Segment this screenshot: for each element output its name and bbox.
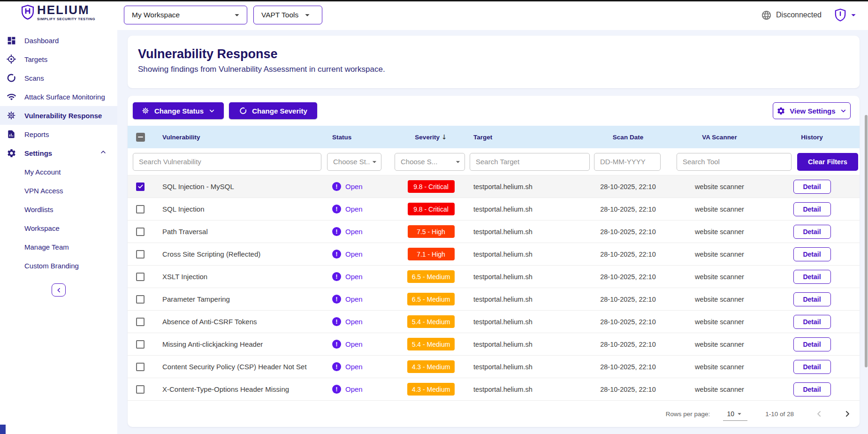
row-checkbox[interactable] xyxy=(136,340,145,349)
detail-button[interactable]: Detail xyxy=(793,292,831,306)
table-row[interactable]: Missing Anti-clickjacking Header ! Open … xyxy=(128,333,860,356)
detail-button[interactable]: Detail xyxy=(793,270,831,284)
table-row[interactable]: Absence of Anti-CSRF Tokens ! Open 5.4 -… xyxy=(128,311,860,333)
row-checkbox[interactable] xyxy=(136,385,145,394)
status-cell: ! Open xyxy=(327,250,397,259)
target-cell: testportal.helium.sh xyxy=(465,206,587,213)
connection-status: Disconnected xyxy=(761,10,822,21)
detail-button[interactable]: Detail xyxy=(793,382,831,396)
previous-page-button[interactable] xyxy=(815,409,824,419)
status-cell: ! Open xyxy=(327,182,397,191)
table-row[interactable]: XSLT Injection ! Open 6.5 - Medium testp… xyxy=(128,266,860,288)
detail-button[interactable]: Detail xyxy=(793,315,831,329)
severity-cell: 7.5 - High xyxy=(397,225,465,238)
detail-button[interactable]: Detail xyxy=(793,337,831,351)
sidebar-subitem-my-account[interactable]: My Account xyxy=(0,162,117,181)
row-checkbox[interactable] xyxy=(136,273,145,281)
brand-tagline: SIMPLIFY SECURITY TESTING xyxy=(37,17,95,21)
status-label: Open xyxy=(345,385,363,393)
clear-filters-button[interactable]: Clear Filters xyxy=(797,153,858,171)
globe-icon xyxy=(761,10,772,21)
sidebar-subitem-workspace[interactable]: Workspace xyxy=(0,219,117,237)
wifi-icon xyxy=(6,91,17,102)
row-checkbox[interactable] xyxy=(136,363,145,371)
status-label: Open xyxy=(345,205,363,213)
sidebar-item-targets[interactable]: Targets xyxy=(0,50,117,69)
table-row[interactable]: X-Content-Type-Options Header Missing ! … xyxy=(128,378,860,401)
search-target-input[interactable] xyxy=(470,153,590,171)
sidebar-item-reports[interactable]: Reports xyxy=(0,125,117,144)
chevron-up-icon xyxy=(99,148,107,158)
chevron-down-icon xyxy=(302,10,312,20)
vulnerability-name: X-Content-Type-Options Header Missing xyxy=(160,385,327,393)
sidebar-item-scans[interactable]: Scans xyxy=(0,69,117,87)
vulnerability-name: Path Traversal xyxy=(160,228,327,236)
vertical-scrollbar[interactable] xyxy=(865,115,868,367)
sidebar-subitem-manage-team[interactable]: Manage Team xyxy=(0,237,117,256)
workspace-select[interactable]: My Workspace xyxy=(124,6,247,24)
open-status-icon: ! xyxy=(332,385,341,394)
status-cell: ! Open xyxy=(327,227,397,236)
severity-badge: 6.5 - Medium xyxy=(407,270,455,283)
page-header-card: Vulnerability Response Showing findings … xyxy=(128,36,860,88)
sort-desc-icon: ↓ xyxy=(442,133,447,141)
severity-filter-select[interactable]: Choose S... xyxy=(395,153,465,171)
severity-cycle-icon xyxy=(239,107,247,115)
vapt-tools-select-value: VAPT Tools xyxy=(261,11,298,19)
scan-date-cell: 28-10-2025, 22:10 xyxy=(587,183,669,190)
row-checkbox[interactable] xyxy=(136,183,145,191)
bug-icon xyxy=(141,107,150,115)
status-cell: ! Open xyxy=(327,317,397,326)
sidebar-item-dashboard[interactable]: Dashboard xyxy=(0,31,117,50)
table-row[interactable]: Content Security Policy (CSP) Header Not… xyxy=(128,356,860,378)
history-cell: Detail xyxy=(770,225,854,239)
sidebar-item-attack-surface-monitoring[interactable]: Attack Surface Monitoring xyxy=(0,87,117,106)
history-cell: Detail xyxy=(770,270,854,284)
row-checkbox[interactable] xyxy=(136,205,145,213)
detail-button[interactable]: Detail xyxy=(793,202,831,216)
change-status-label: Change Status xyxy=(154,107,204,115)
row-checkbox[interactable] xyxy=(136,318,145,326)
table-row[interactable]: Cross Site Scripting (Reflected) ! Open … xyxy=(128,243,860,266)
sidebar-item-settings[interactable]: Settings xyxy=(0,144,117,162)
severity-badge: 6.5 - Medium xyxy=(407,293,455,305)
row-checkbox[interactable] xyxy=(136,228,145,236)
row-checkbox[interactable] xyxy=(136,295,145,304)
table-row[interactable]: Parameter Tampering ! Open 6.5 - Medium … xyxy=(128,288,860,311)
vapt-tools-select[interactable]: VAPT Tools xyxy=(253,6,322,24)
sidebar-subitem-custom-branding[interactable]: Custom Branding xyxy=(0,256,117,275)
detail-button[interactable]: Detail xyxy=(793,247,831,261)
table-row[interactable]: SQL Injection ! Open 9.8 - Critical test… xyxy=(128,198,860,221)
rows-per-page-select[interactable]: 10 xyxy=(723,407,747,421)
search-tool-input[interactable] xyxy=(677,153,792,171)
detail-button[interactable]: Detail xyxy=(793,360,831,374)
row-checkbox[interactable] xyxy=(136,250,145,259)
change-status-button[interactable]: Change Status xyxy=(133,102,224,119)
sidebar-item-vulnerability-response[interactable]: Vulnerability Response xyxy=(0,106,117,125)
column-header-severity[interactable]: Severity ↓ xyxy=(397,133,465,141)
sidebar-collapse-button[interactable] xyxy=(52,283,66,297)
sidebar-subitem-vpn-access[interactable]: VPN Access xyxy=(0,181,117,200)
account-menu[interactable] xyxy=(835,8,859,22)
sidebar-subitem-wordlists[interactable]: Wordlists xyxy=(0,200,117,219)
chevron-down-icon xyxy=(848,10,859,20)
change-severity-button[interactable]: Change Severity xyxy=(229,102,317,119)
status-label: Open xyxy=(345,295,363,303)
detail-button[interactable]: Detail xyxy=(793,225,831,239)
table-row[interactable]: SQL Injection - MySQL ! Open 9.8 - Criti… xyxy=(128,175,860,198)
table-header-row: Vulnerability Status Severity ↓ Target S… xyxy=(128,126,860,148)
vulnerability-name: Content Security Policy (CSP) Header Not… xyxy=(160,363,327,371)
vulnerability-name: Cross Site Scripting (Reflected) xyxy=(160,250,327,258)
detail-button[interactable]: Detail xyxy=(793,180,831,194)
select-all-checkbox[interactable] xyxy=(136,133,145,142)
history-cell: Detail xyxy=(770,247,854,261)
next-page-button[interactable] xyxy=(843,409,852,419)
status-filter-select[interactable]: Choose St.. xyxy=(327,153,381,171)
table-row[interactable]: Path Traversal ! Open 7.5 - High testpor… xyxy=(128,221,860,243)
vulnerability-name: SQL Injection xyxy=(160,205,327,213)
scanner-cell: website scanner xyxy=(669,206,770,213)
scan-date-input[interactable] xyxy=(594,153,661,171)
view-settings-button[interactable]: View Settings xyxy=(773,102,851,119)
search-vulnerability-input[interactable] xyxy=(133,153,321,171)
connection-status-label: Disconnected xyxy=(776,11,822,19)
